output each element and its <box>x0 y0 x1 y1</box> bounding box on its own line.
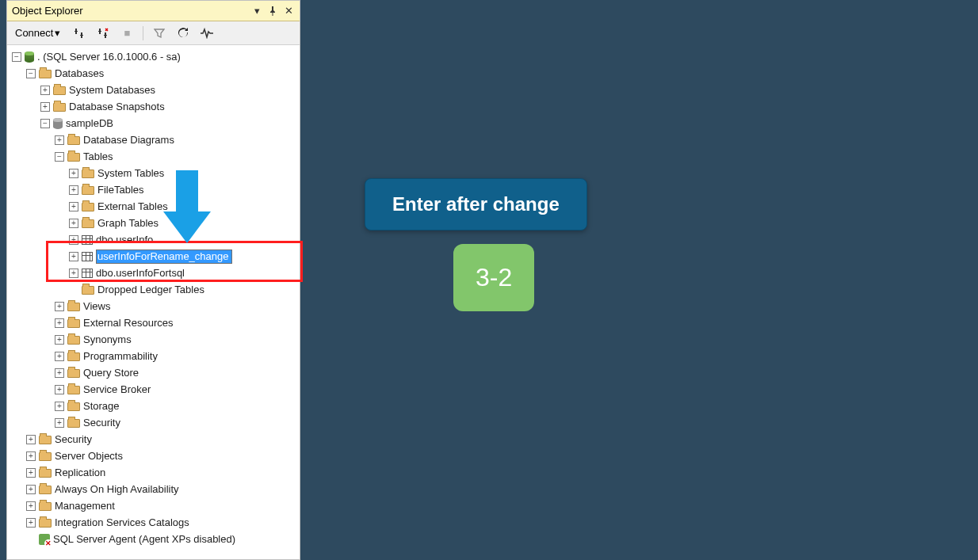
tree-node-external-resources[interactable]: + External Resources <box>7 314 300 331</box>
connect-icon[interactable] <box>71 25 87 41</box>
expand-icon[interactable]: + <box>55 418 64 428</box>
tree-node-dbo-userinfo[interactable]: + dbo.userInfo <box>7 231 300 248</box>
folder-icon <box>67 386 80 394</box>
tree-label: External Resources <box>83 317 173 329</box>
expand-icon[interactable]: + <box>55 335 64 345</box>
tree-node-system-tables[interactable]: + System Tables <box>7 165 300 181</box>
expand-icon[interactable]: + <box>26 518 36 528</box>
tree-node-query-store[interactable]: + Query Store <box>7 364 300 381</box>
refresh-icon[interactable] <box>175 25 191 41</box>
tree-node-server[interactable]: − . (SQL Server 16.0.1000.6 - sa) <box>7 48 300 65</box>
panel-toolbar: Connect ▾ ■ <box>7 21 300 45</box>
tree-node-server-objects[interactable]: + Server Objects <box>7 448 300 464</box>
tree-node-synonyms[interactable]: + Synonyms <box>7 331 300 348</box>
tree-view[interactable]: − . (SQL Server 16.0.1000.6 - sa) − Data… <box>7 45 300 559</box>
tree-node-rename-target[interactable]: + <box>7 248 300 265</box>
expand-icon[interactable]: + <box>26 485 36 494</box>
expand-icon[interactable]: + <box>26 435 36 444</box>
collapse-icon[interactable]: − <box>55 152 64 162</box>
expand-icon[interactable]: + <box>55 352 64 361</box>
tree-node-always-on[interactable]: + Always On High Availability <box>7 481 300 497</box>
folder-icon <box>53 86 66 95</box>
tree-label: Security <box>83 417 120 429</box>
expand-icon[interactable]: + <box>26 501 36 511</box>
toolbar-separator <box>143 26 143 40</box>
disconnect-icon[interactable] <box>95 25 111 41</box>
tree-label: Always On High Availability <box>55 483 179 495</box>
folder-icon <box>39 436 52 444</box>
tree-node-replication[interactable]: + Replication <box>7 464 300 481</box>
folder-icon <box>39 452 52 461</box>
tree-label: Management <box>55 500 115 512</box>
tree-node-dropped-ledger-tables[interactable]: Dropped Ledger Tables <box>7 281 300 298</box>
pin-icon[interactable] <box>265 3 281 19</box>
tree-label: External Tables <box>97 200 168 212</box>
close-icon[interactable]: ✕ <box>281 3 296 19</box>
tree-node-database-snapshots[interactable]: + Database Snapshots <box>7 98 300 115</box>
folder-icon <box>67 136 80 145</box>
expand-icon[interactable]: + <box>55 135 64 145</box>
expand-icon[interactable]: + <box>55 302 64 311</box>
tree-node-dbo-userinfofortsql[interactable]: + dbo.userInfoFortsql <box>7 265 300 281</box>
collapse-icon[interactable]: − <box>40 119 50 128</box>
panel-titlebar: Object Explorer ▾ ✕ <box>7 1 300 21</box>
expand-icon[interactable]: + <box>26 451 36 461</box>
table-icon <box>82 252 93 261</box>
folder-icon <box>82 186 94 195</box>
expand-icon[interactable]: + <box>69 269 78 278</box>
tree-label: Database Snapshots <box>69 101 165 112</box>
expand-icon[interactable]: + <box>69 235 78 245</box>
expand-icon[interactable]: + <box>69 169 78 178</box>
stop-icon[interactable]: ■ <box>119 25 135 41</box>
expand-icon[interactable]: + <box>40 86 50 95</box>
tree-node-views[interactable]: + Views <box>7 298 300 314</box>
expand-icon[interactable]: + <box>40 102 50 112</box>
expand-icon[interactable]: + <box>55 385 64 394</box>
tree-node-programmability[interactable]: + Programmability <box>7 348 300 364</box>
tree-node-service-broker[interactable]: + Service Broker <box>7 381 300 398</box>
expand-icon[interactable]: + <box>69 219 78 228</box>
tree-node-database-diagrams[interactable]: + Database Diagrams <box>7 131 300 148</box>
connect-dropdown[interactable]: Connect ▾ <box>12 25 63 40</box>
tree-node-management[interactable]: + Management <box>7 497 300 514</box>
activity-icon[interactable] <box>199 25 215 41</box>
tree-node-external-tables[interactable]: + External Tables <box>7 198 300 215</box>
tree-node-databases[interactable]: − Databases <box>7 65 300 82</box>
expand-icon[interactable]: + <box>55 318 64 328</box>
expand-icon[interactable]: + <box>69 252 78 261</box>
collapse-icon[interactable]: − <box>26 69 36 78</box>
expand-icon[interactable]: + <box>55 368 64 378</box>
tree-node-security[interactable]: + Security <box>7 431 300 448</box>
tree-label: Query Store <box>83 367 139 379</box>
tree-node-tables[interactable]: − Tables <box>7 148 300 165</box>
window-options-icon[interactable]: ▾ <box>249 3 265 19</box>
tree-label: Database Diagrams <box>83 134 174 146</box>
expand-icon[interactable]: + <box>69 185 78 195</box>
folder-icon <box>67 402 80 411</box>
tree-label: Programmability <box>83 350 158 362</box>
database-icon <box>53 118 63 129</box>
tree-label: System Databases <box>69 84 155 96</box>
annotation-step-text: 3-2 <box>476 263 512 291</box>
tree-node-system-databases[interactable]: + System Databases <box>7 82 300 98</box>
tree-label: Service Broker <box>83 383 151 395</box>
tree-node-sql-server-agent[interactable]: SQL Server Agent (Agent XPs disabled) <box>7 531 300 547</box>
filter-icon[interactable] <box>151 25 167 41</box>
tree-label: Dropped Ledger Tables <box>97 284 204 295</box>
tree-node-security-db[interactable]: + Security <box>7 414 300 431</box>
tree-node-sampledb[interactable]: − sampleDB <box>7 115 300 131</box>
collapse-icon[interactable]: − <box>12 52 21 62</box>
chevron-down-icon: ▾ <box>55 27 60 39</box>
rename-input[interactable] <box>96 250 232 264</box>
table-icon <box>82 235 93 245</box>
tree-label: Tables <box>83 150 113 162</box>
folder-icon <box>39 519 52 528</box>
expand-icon[interactable]: + <box>69 202 78 211</box>
tree-node-storage[interactable]: + Storage <box>7 398 300 414</box>
folder-icon <box>82 219 94 228</box>
tree-node-filetables[interactable]: + FileTables <box>7 181 300 198</box>
tree-node-graph-tables[interactable]: + Graph Tables <box>7 215 300 231</box>
expand-icon[interactable]: + <box>26 468 36 478</box>
expand-icon[interactable]: + <box>55 402 64 411</box>
tree-node-integration-services[interactable]: + Integration Services Catalogs <box>7 514 300 531</box>
